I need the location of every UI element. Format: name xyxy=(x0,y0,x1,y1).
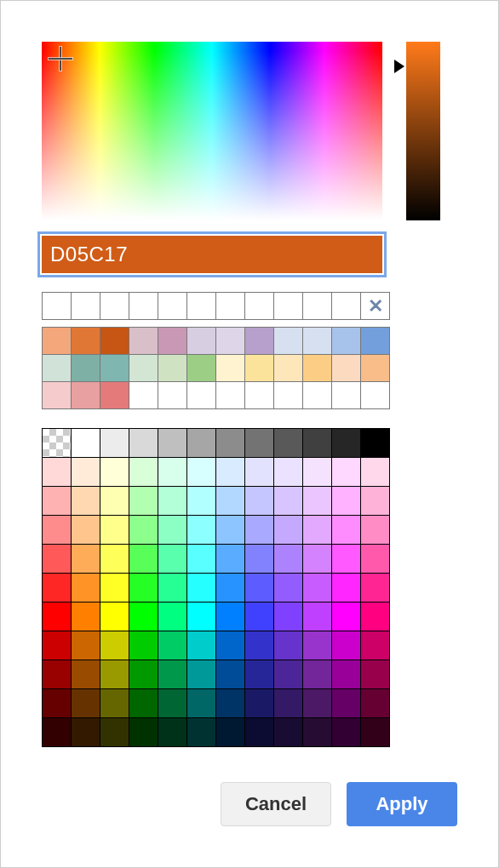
palette-swatch[interactable] xyxy=(245,602,274,631)
palette-swatch[interactable] xyxy=(245,429,274,458)
palette-swatch[interactable] xyxy=(274,602,303,631)
palette-swatch[interactable] xyxy=(158,516,187,545)
palette-swatch[interactable] xyxy=(303,631,332,660)
palette-swatch[interactable] xyxy=(216,574,245,602)
recent-swatch[interactable] xyxy=(158,355,187,382)
palette-swatch[interactable] xyxy=(187,516,216,545)
palette-swatch[interactable] xyxy=(303,574,332,602)
palette-swatch[interactable] xyxy=(158,689,187,718)
palette-swatch[interactable] xyxy=(361,631,390,660)
palette-swatch[interactable] xyxy=(274,689,303,718)
palette-swatch[interactable] xyxy=(158,631,187,660)
recent-swatch[interactable] xyxy=(216,328,245,355)
transparent-swatch[interactable] xyxy=(43,429,72,458)
palette-swatch[interactable] xyxy=(72,689,100,718)
palette-swatch[interactable] xyxy=(43,660,72,689)
palette-swatch[interactable] xyxy=(187,487,216,516)
palette-swatch[interactable] xyxy=(158,429,187,458)
palette-swatch[interactable] xyxy=(332,602,361,631)
palette-swatch[interactable] xyxy=(303,718,332,747)
palette-swatch[interactable] xyxy=(274,574,303,602)
palette-swatch[interactable] xyxy=(100,429,129,458)
palette-swatch[interactable] xyxy=(187,458,216,487)
palette-swatch[interactable] xyxy=(129,718,158,747)
palette-swatch[interactable] xyxy=(72,487,100,516)
palette-swatch[interactable] xyxy=(100,516,129,545)
palette-swatch[interactable] xyxy=(303,429,332,458)
recent-swatch[interactable] xyxy=(332,382,361,409)
recent-swatch[interactable] xyxy=(274,355,303,382)
custom-swatch-empty[interactable] xyxy=(216,293,245,320)
palette-swatch[interactable] xyxy=(303,602,332,631)
palette-swatch[interactable] xyxy=(43,602,72,631)
palette-swatch[interactable] xyxy=(274,718,303,747)
recent-swatch[interactable] xyxy=(158,328,187,355)
palette-swatch[interactable] xyxy=(245,718,274,747)
recent-swatch[interactable] xyxy=(129,355,158,382)
palette-swatch[interactable] xyxy=(245,458,274,487)
recent-swatch[interactable] xyxy=(43,355,72,382)
recent-swatch[interactable] xyxy=(100,382,129,409)
palette-swatch[interactable] xyxy=(216,516,245,545)
palette-swatch[interactable] xyxy=(129,689,158,718)
palette-swatch[interactable] xyxy=(158,545,187,574)
palette-swatch[interactable] xyxy=(187,574,216,602)
brightness-slider[interactable] xyxy=(406,42,457,220)
palette-swatch[interactable] xyxy=(72,458,100,487)
palette-swatch[interactable] xyxy=(332,718,361,747)
recent-swatch[interactable] xyxy=(129,382,158,409)
palette-swatch[interactable] xyxy=(361,602,390,631)
palette-swatch[interactable] xyxy=(332,458,361,487)
palette-swatch[interactable] xyxy=(245,660,274,689)
palette-swatch[interactable] xyxy=(158,574,187,602)
hex-input[interactable] xyxy=(42,236,382,273)
palette-swatch[interactable] xyxy=(100,487,129,516)
palette-swatch[interactable] xyxy=(100,718,129,747)
palette-swatch[interactable] xyxy=(43,516,72,545)
palette-swatch[interactable] xyxy=(216,660,245,689)
recent-swatch[interactable] xyxy=(216,355,245,382)
recent-swatch[interactable] xyxy=(129,328,158,355)
palette-swatch[interactable] xyxy=(129,631,158,660)
palette-swatch[interactable] xyxy=(274,545,303,574)
custom-swatch-empty[interactable] xyxy=(245,293,274,320)
palette-swatch[interactable] xyxy=(72,660,100,689)
recent-swatch[interactable] xyxy=(274,328,303,355)
palette-swatch[interactable] xyxy=(43,689,72,718)
palette-swatch[interactable] xyxy=(303,487,332,516)
palette-swatch[interactable] xyxy=(100,631,129,660)
palette-swatch[interactable] xyxy=(158,602,187,631)
palette-swatch[interactable] xyxy=(274,660,303,689)
custom-swatch-empty[interactable] xyxy=(187,293,216,320)
palette-swatch[interactable] xyxy=(129,458,158,487)
palette-swatch[interactable] xyxy=(332,429,361,458)
custom-swatch-empty[interactable] xyxy=(72,293,100,320)
palette-swatch[interactable] xyxy=(72,718,100,747)
palette-swatch[interactable] xyxy=(129,545,158,574)
palette-swatch[interactable] xyxy=(43,574,72,602)
palette-swatch[interactable] xyxy=(187,429,216,458)
palette-swatch[interactable] xyxy=(129,487,158,516)
palette-swatch[interactable] xyxy=(216,429,245,458)
palette-swatch[interactable] xyxy=(72,602,100,631)
palette-swatch[interactable] xyxy=(129,429,158,458)
palette-swatch[interactable] xyxy=(274,516,303,545)
custom-swatch-empty[interactable] xyxy=(100,293,129,320)
palette-swatch[interactable] xyxy=(100,574,129,602)
palette-swatch[interactable] xyxy=(332,545,361,574)
palette-swatch[interactable] xyxy=(245,574,274,602)
palette-swatch[interactable] xyxy=(303,458,332,487)
palette-swatch[interactable] xyxy=(72,574,100,602)
palette-swatch[interactable] xyxy=(100,602,129,631)
custom-swatch-empty[interactable] xyxy=(332,293,361,320)
palette-swatch[interactable] xyxy=(187,545,216,574)
brightness-handle-icon[interactable] xyxy=(394,60,404,73)
palette-swatch[interactable] xyxy=(245,545,274,574)
palette-swatch[interactable] xyxy=(245,487,274,516)
recent-swatch[interactable] xyxy=(187,328,216,355)
palette-swatch[interactable] xyxy=(361,660,390,689)
palette-swatch[interactable] xyxy=(216,487,245,516)
recent-swatch[interactable] xyxy=(216,382,245,409)
palette-swatch[interactable] xyxy=(361,487,390,516)
recent-swatch[interactable] xyxy=(158,382,187,409)
